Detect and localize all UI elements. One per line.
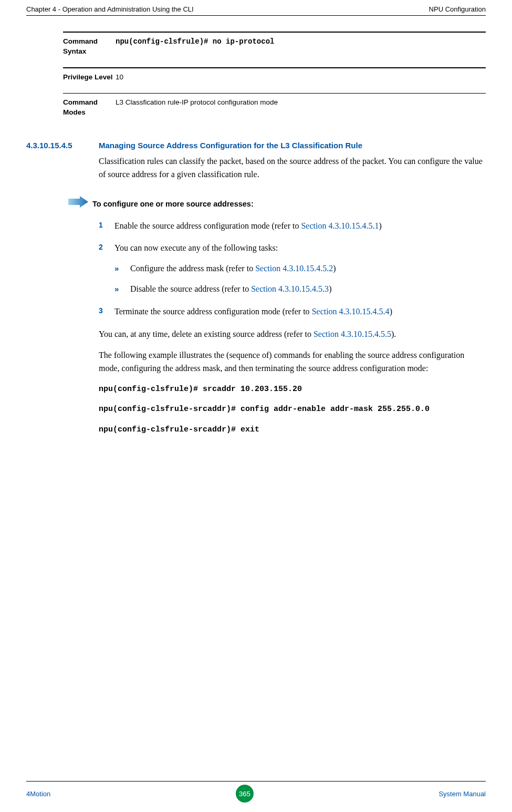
footer-divider xyxy=(26,781,486,782)
header-left: Chapter 4 - Operation and Administration… xyxy=(26,5,194,13)
example-command-3: npu(config-clsfrule-srcaddr)# exit xyxy=(99,424,486,436)
footer-left: 4Motion xyxy=(26,790,50,798)
step-2: 2 You can now execute any of the followi… xyxy=(99,242,486,295)
command-modes-label: Command Modes xyxy=(63,98,113,118)
section-link[interactable]: Section 4.3.10.15.4.5.2 xyxy=(255,264,333,273)
privilege-level-label: Privilege Level xyxy=(63,73,113,83)
step-3: 3 Terminate the source address configura… xyxy=(99,305,486,318)
procedure-title: To configure one or more source addresse… xyxy=(92,195,254,210)
delete-note: You can, at any time, delete an existing… xyxy=(99,328,486,341)
example-command-1: npu(config-clsfrule)# srcaddr 10.203.155… xyxy=(99,384,486,396)
section-link[interactable]: Section 4.3.10.15.4.5.4 xyxy=(312,307,390,316)
header-right: NPU Configuration xyxy=(429,5,486,13)
substep-b: » Disable the source address (refer to S… xyxy=(114,283,486,296)
command-modes-value: L3 Classfication rule-IP protocol config… xyxy=(113,98,278,118)
delete-note-pre: You can, at any time, delete an existing… xyxy=(99,330,314,338)
procedure-arrow-icon xyxy=(67,195,92,209)
command-syntax-value: npu(config-clsfrule)# no ip-protocol xyxy=(113,37,274,57)
step-text: Terminate the source address configurati… xyxy=(114,307,312,316)
example-intro: The following example illustrates the (s… xyxy=(99,349,486,375)
page-number-badge: 365 xyxy=(236,785,254,803)
section-intro: Classification rules can classify the pa… xyxy=(99,155,486,181)
example-command-2: npu(config-clsfrule-srcaddr)# config add… xyxy=(99,404,486,416)
step-text-post: ) xyxy=(390,307,392,316)
bullet-icon: » xyxy=(114,283,119,295)
step-number: 1 xyxy=(99,220,103,231)
header-divider xyxy=(26,15,486,16)
svg-marker-0 xyxy=(68,196,88,208)
section-link[interactable]: Section 4.3.10.15.4.5.5 xyxy=(314,330,391,338)
procedure-steps: 1 Enable the source address configuratio… xyxy=(99,220,486,318)
step-number: 2 xyxy=(99,242,103,253)
step-1: 1 Enable the source address configuratio… xyxy=(99,220,486,233)
substep-text-post: ) xyxy=(329,284,331,293)
section-number: 4.3.10.15.4.5 xyxy=(26,141,99,150)
page-footer: 4Motion 365 System Manual xyxy=(26,781,486,803)
substep-text: Disable the source address (refer to xyxy=(130,284,251,293)
substep-text-post: ) xyxy=(333,264,336,273)
step-text: You can now execute any of the following… xyxy=(114,243,278,252)
step-number: 3 xyxy=(99,305,103,317)
step-text: Enable the source address configuration … xyxy=(114,221,301,230)
section-link[interactable]: Section 4.3.10.15.4.5.3 xyxy=(251,284,329,293)
command-syntax-label: Command Syntax xyxy=(63,37,113,57)
step-text-post: ) xyxy=(379,221,381,230)
section-link[interactable]: Section 4.3.10.15.4.5.1 xyxy=(301,221,379,230)
footer-right: System Manual xyxy=(438,790,486,798)
substep-text: Configure the address mask (refer to xyxy=(130,264,255,273)
privilege-level-value: 10 xyxy=(113,73,123,83)
bullet-icon: » xyxy=(114,262,119,274)
delete-note-post: ). xyxy=(391,330,396,338)
command-info-table: Command Syntax npu(config-clsfrule)# no … xyxy=(63,32,486,128)
section-title: Managing Source Address Configuration fo… xyxy=(99,141,362,150)
substeps: » Configure the address mask (refer to S… xyxy=(114,262,486,296)
substep-a: » Configure the address mask (refer to S… xyxy=(114,262,486,275)
